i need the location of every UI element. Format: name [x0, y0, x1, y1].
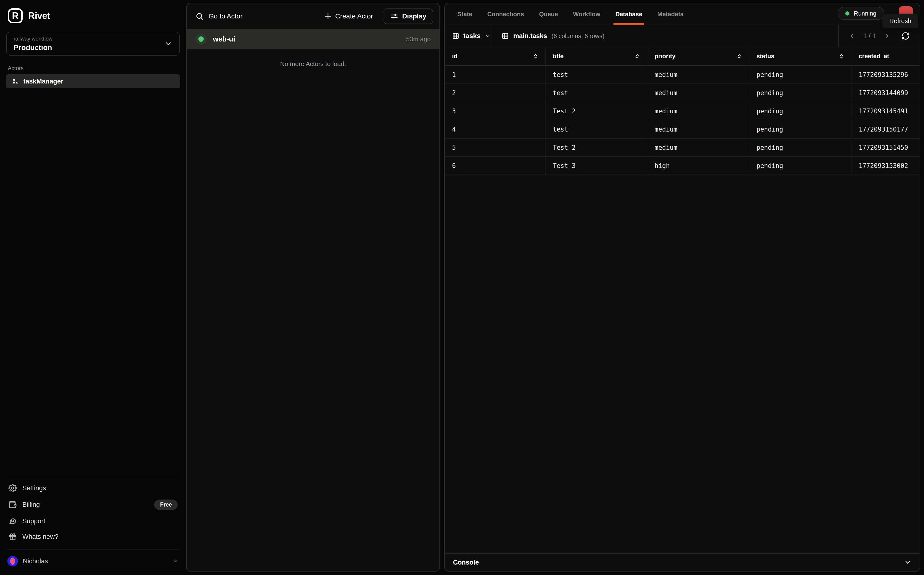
- go-to-actor-search[interactable]: Go to Actor: [196, 12, 243, 21]
- column-header-id[interactable]: id: [445, 47, 545, 65]
- wallet-icon: [8, 500, 17, 509]
- rivet-logo-icon: R: [8, 8, 23, 23]
- cell-created-at: 1772093145491: [851, 102, 920, 120]
- cell-title: Test 2: [545, 138, 647, 157]
- tab-database[interactable]: Database: [615, 3, 642, 25]
- cell-created-at: 1772093144099: [851, 84, 920, 102]
- display-label: Display: [402, 13, 426, 20]
- column-header-priority[interactable]: priority: [647, 47, 749, 65]
- tab-metadata[interactable]: Metadata: [657, 3, 684, 25]
- table-row[interactable]: 2 test medium pending 1772093144099: [445, 84, 920, 102]
- sidebar-item-whats-new[interactable]: Whats new?: [6, 530, 180, 543]
- table-row[interactable]: 3 Test 2 medium pending 1772093145491: [445, 102, 920, 120]
- sidebar: R Rivet railway workflow Production Acto…: [0, 0, 186, 575]
- table-row[interactable]: 4 test medium pending 1772093150177: [445, 120, 920, 138]
- table-header-row: id title priority: [445, 47, 920, 65]
- brand-logo[interactable]: R Rivet: [8, 8, 50, 23]
- chevron-down-icon: [172, 558, 179, 564]
- column-header-title[interactable]: title: [545, 47, 647, 65]
- cell-title: test: [545, 65, 647, 84]
- table-row[interactable]: 1 test medium pending 1772093135296: [445, 65, 920, 84]
- refresh-button[interactable]: [901, 32, 910, 40]
- cell-priority: medium: [647, 102, 749, 120]
- database-table-area: id title priority: [445, 47, 920, 553]
- actor-list-header: Go to Actor Create Actor Display: [187, 3, 439, 29]
- table-body: 1 test medium pending 1772093135296 2 te…: [445, 65, 920, 175]
- sidebar-item-label: Support: [22, 518, 45, 525]
- table-selector-value: tasks: [463, 32, 481, 40]
- sidebar-item-label: Settings: [22, 484, 46, 492]
- column-header-status[interactable]: status: [749, 47, 851, 65]
- console-label: Console: [453, 559, 479, 566]
- chevron-down-icon: [904, 559, 911, 566]
- table-grid-icon: [452, 32, 459, 40]
- cell-title: Test 2: [545, 102, 647, 120]
- cell-priority: medium: [647, 84, 749, 102]
- actor-row-web-ui[interactable]: web-ui 53m ago: [187, 29, 439, 49]
- cell-created-at: 1772093151450: [851, 138, 920, 157]
- cell-priority: medium: [647, 120, 749, 138]
- plus-icon: [324, 13, 332, 20]
- cell-id: 2: [445, 84, 545, 102]
- create-actor-label: Create Actor: [335, 13, 373, 20]
- actor-name: web-ui: [213, 35, 235, 43]
- workspace-label: railway workflow: [14, 36, 52, 42]
- sidebar-item-support[interactable]: Support: [6, 515, 180, 528]
- next-page-button[interactable]: [883, 32, 891, 40]
- page-indicator: 1 / 1: [863, 32, 876, 40]
- cell-status: pending: [749, 84, 851, 102]
- plan-badge: Free: [154, 500, 178, 510]
- search-icon: [196, 12, 204, 21]
- actors-section-label: Actors: [8, 65, 24, 71]
- chevron-down-icon: [164, 40, 172, 48]
- cell-created-at: 1772093135296: [851, 65, 920, 84]
- sidebar-divider: [6, 550, 180, 550]
- running-dot-icon: [845, 11, 849, 16]
- workspace-selector[interactable]: railway workflow Production: [6, 32, 180, 56]
- sort-icon: [838, 53, 844, 59]
- chevron-down-icon: [485, 33, 491, 39]
- sort-icon: [533, 53, 539, 59]
- cell-id: 1: [445, 65, 545, 84]
- cell-id: 6: [445, 157, 545, 175]
- table-grid-icon: [502, 32, 509, 40]
- inspector-panel: State Connections Queue Workflow Databas…: [444, 3, 920, 572]
- cell-id: 3: [445, 102, 545, 120]
- sidebar-item-taskmanager[interactable]: taskManager: [6, 74, 180, 88]
- sort-icon: [634, 53, 641, 59]
- cell-title: test: [545, 120, 647, 138]
- console-toggle[interactable]: Console: [445, 553, 920, 571]
- cell-priority: medium: [647, 65, 749, 84]
- table-selector[interactable]: tasks: [445, 25, 493, 47]
- status-online-icon: [196, 33, 207, 44]
- sort-icon: [736, 53, 743, 59]
- cell-priority: high: [647, 157, 749, 175]
- sidebar-item-settings[interactable]: Settings: [6, 481, 180, 495]
- tab-state[interactable]: State: [457, 3, 472, 25]
- database-table: id title priority: [445, 47, 920, 175]
- table-full-name: main.tasks: [513, 32, 547, 40]
- sidebar-item-label: Billing: [22, 501, 40, 508]
- cell-status: pending: [749, 138, 851, 157]
- tab-connections[interactable]: Connections: [487, 3, 524, 25]
- actor-last-seen: 53m ago: [406, 35, 431, 43]
- prev-page-button[interactable]: [849, 32, 856, 40]
- refresh-tooltip: Refresh: [883, 14, 918, 29]
- actor-list-empty-message: No more Actors to load.: [187, 60, 439, 68]
- display-options-button[interactable]: Display: [383, 8, 433, 24]
- user-menu[interactable]: Nicholas: [6, 554, 180, 569]
- table-row[interactable]: 5 Test 2 medium pending 1772093151450: [445, 138, 920, 157]
- tab-queue[interactable]: Queue: [539, 3, 558, 25]
- workspace-value: Production: [14, 43, 52, 52]
- create-actor-button[interactable]: Create Actor: [324, 13, 373, 20]
- search-label: Go to Actor: [208, 13, 243, 20]
- tab-workflow[interactable]: Workflow: [573, 3, 600, 25]
- cell-created-at: 1772093153002: [851, 157, 920, 175]
- sidebar-divider: [6, 477, 180, 477]
- table-row[interactable]: 6 Test 3 high pending 1772093153002: [445, 157, 920, 175]
- sidebar-item-label: Whats new?: [22, 533, 59, 540]
- sidebar-item-billing[interactable]: Billing Free: [6, 498, 180, 511]
- avatar: [7, 556, 18, 567]
- sliders-icon: [390, 13, 398, 20]
- column-header-created-at[interactable]: created_at: [851, 47, 920, 65]
